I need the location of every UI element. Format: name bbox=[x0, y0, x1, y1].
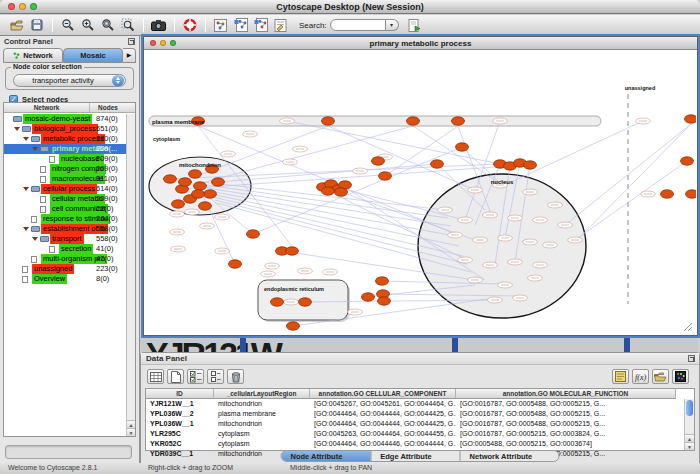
tab-node-attribute-browser[interactable]: Node Attribute Browser bbox=[282, 451, 372, 461]
table-cell[interactable]: YPL036W__2 bbox=[146, 409, 214, 419]
table-row[interactable]: YKR052Ccytoplasm[GO:0044464, GO:0044446,… bbox=[146, 439, 694, 449]
tree-row[interactable]: cell communicat22(0) bbox=[4, 204, 126, 214]
network-node[interactable] bbox=[661, 190, 674, 198]
tree-row[interactable]: multi-organism pro42(0) bbox=[4, 254, 126, 264]
tree-row-label[interactable]: Overview bbox=[32, 274, 67, 284]
help-icon[interactable] bbox=[180, 17, 199, 34]
zoom-window-button[interactable] bbox=[30, 3, 37, 10]
network-node[interactable] bbox=[685, 115, 697, 123]
search-input[interactable] bbox=[330, 19, 386, 31]
tree-row[interactable]: metabolic process280(0) bbox=[4, 134, 126, 144]
scroll-up-icon[interactable]: ▲ bbox=[685, 434, 694, 442]
network-node[interactable] bbox=[407, 117, 420, 125]
network-node[interactable] bbox=[681, 157, 694, 165]
table-cell[interactable]: [GO:0044464, GO:0044444, GO:0044425, G..… bbox=[310, 419, 456, 429]
network-node[interactable] bbox=[456, 143, 469, 151]
network-node[interactable] bbox=[172, 200, 185, 208]
expander-icon[interactable] bbox=[14, 127, 20, 131]
expander-icon[interactable] bbox=[32, 147, 38, 151]
delete-attribute-icon[interactable] bbox=[227, 369, 244, 384]
network-node[interactable] bbox=[431, 160, 444, 168]
network-node[interactable] bbox=[287, 322, 300, 330]
layout-icon[interactable] bbox=[231, 17, 250, 34]
network-node[interactable] bbox=[686, 190, 697, 198]
table-row[interactable]: YPL036W__1mitochondrion[GO:0044464, GO:0… bbox=[146, 419, 694, 429]
network-node[interactable] bbox=[164, 175, 177, 183]
network-node[interactable] bbox=[212, 178, 225, 186]
tab-overflow-button[interactable]: ▶ bbox=[123, 48, 136, 63]
minimize-button[interactable] bbox=[19, 3, 26, 10]
network-node[interactable] bbox=[247, 230, 260, 238]
attribute-table-icon[interactable] bbox=[147, 369, 164, 384]
tree-column-network[interactable]: Network bbox=[4, 103, 90, 112]
network-node[interactable] bbox=[524, 161, 537, 169]
tree-row-label[interactable]: cellular process bbox=[41, 184, 97, 194]
tree-row[interactable]: unassigned223(0) bbox=[4, 264, 126, 274]
float-panel-icon[interactable] bbox=[128, 38, 135, 45]
expander-icon[interactable] bbox=[23, 137, 29, 141]
select-attributes-icon[interactable] bbox=[187, 369, 204, 384]
table-column-header[interactable]: ID bbox=[146, 389, 214, 399]
network-node[interactable] bbox=[199, 202, 212, 210]
scroll-up-icon[interactable]: ▲ bbox=[127, 420, 135, 428]
table-row[interactable]: YJR121W__1mitochondrion[GO:0045267, GO:0… bbox=[146, 399, 694, 409]
tab-mosaic[interactable]: Mosaic bbox=[63, 48, 123, 63]
tree-row[interactable]: nitrogen compo209(0) bbox=[4, 164, 126, 174]
scroll-down-icon[interactable]: ▼ bbox=[127, 428, 135, 436]
network-node[interactable] bbox=[299, 298, 312, 306]
network-overview-icon[interactable] bbox=[211, 17, 230, 34]
zoom-fit-icon[interactable] bbox=[98, 17, 117, 34]
network-node[interactable] bbox=[271, 298, 284, 306]
scroll-down-icon[interactable]: ▼ bbox=[685, 442, 694, 450]
scrollbar-thumb[interactable] bbox=[686, 400, 693, 416]
zoom-out-icon[interactable] bbox=[58, 17, 77, 34]
zoom-window-button[interactable] bbox=[170, 40, 176, 46]
tab-edge-attribute-browser[interactable]: Edge Attribute Browser bbox=[371, 451, 460, 461]
table-cell[interactable]: plasma membrane bbox=[214, 409, 310, 419]
network-window-titlebar[interactable]: primary metabolic process bbox=[144, 37, 697, 50]
network-node[interactable] bbox=[229, 260, 242, 268]
tree-row[interactable]: macromolecule311(0) bbox=[4, 174, 126, 184]
table-column-header[interactable]: _cellularLayoutRegion bbox=[214, 389, 310, 399]
table-cell[interactable]: YLR295C bbox=[146, 429, 214, 439]
search-config-icon[interactable] bbox=[405, 17, 424, 34]
network-node[interactable] bbox=[372, 157, 385, 165]
network-node[interactable] bbox=[204, 190, 217, 198]
formula-icon[interactable]: f(x) bbox=[632, 369, 649, 384]
tree-row-label[interactable]: transport bbox=[50, 234, 84, 244]
table-cell[interactable]: [GO:0016787, GO:0005488, GO:0005215, G..… bbox=[456, 419, 676, 429]
annotation-icon[interactable] bbox=[271, 17, 290, 34]
close-button[interactable] bbox=[8, 3, 15, 10]
network-node[interactable] bbox=[379, 172, 392, 180]
tree-row-label[interactable]: secretion bbox=[59, 244, 93, 254]
table-cell[interactable]: cytoplasm bbox=[214, 429, 310, 439]
tab-network-attribute-browser[interactable]: Network Attribute Browser bbox=[461, 451, 559, 461]
table-cell[interactable]: [GO:0016787, GO:0005215, GO:0003824, G..… bbox=[456, 429, 676, 439]
network-node[interactable] bbox=[192, 190, 205, 198]
network-node[interactable] bbox=[189, 170, 202, 178]
network-node[interactable] bbox=[194, 182, 207, 190]
network-view-window[interactable]: primary metabolic process plasma membran… bbox=[143, 36, 698, 336]
table-scrollbar[interactable]: ▲ ▼ bbox=[684, 399, 694, 450]
save-session-icon[interactable] bbox=[27, 17, 46, 34]
table-cell[interactable]: [GO:0045263, GO:0044464, GO:0044455, G..… bbox=[310, 429, 456, 439]
zoom-selected-icon[interactable] bbox=[118, 17, 137, 34]
open-session-icon[interactable] bbox=[7, 17, 26, 34]
data-panel-window[interactable]: Data Panel f(x) bbox=[140, 352, 700, 463]
layout-selected-icon[interactable] bbox=[251, 17, 270, 34]
minimize-button[interactable] bbox=[160, 40, 166, 46]
table-cell[interactable]: [GO:0016787, GO:0005488, GO:0005215, G..… bbox=[456, 399, 676, 409]
table-cell[interactable]: YKR052C bbox=[146, 439, 214, 449]
table-cell[interactable]: cytoplasm bbox=[214, 439, 310, 449]
new-attribute-icon[interactable] bbox=[167, 369, 184, 384]
table-column-header[interactable]: annotation.GO MOLECULAR_FUNCTION bbox=[456, 389, 676, 399]
tab-network[interactable]: Network bbox=[3, 48, 63, 63]
network-node[interactable] bbox=[179, 178, 192, 186]
network-node[interactable] bbox=[322, 187, 335, 195]
network-node[interactable] bbox=[452, 117, 465, 125]
expander-icon[interactable] bbox=[23, 227, 29, 231]
table-cell[interactable]: YDR039C__1 bbox=[146, 449, 214, 459]
table-cell[interactable]: [GO:0005488, GO:0005215, GO:0003674] bbox=[456, 439, 676, 449]
tree-row[interactable]: secretion41(0) bbox=[4, 244, 126, 254]
tree-row-label[interactable]: mosaic-demo-yeast bbox=[23, 114, 92, 124]
